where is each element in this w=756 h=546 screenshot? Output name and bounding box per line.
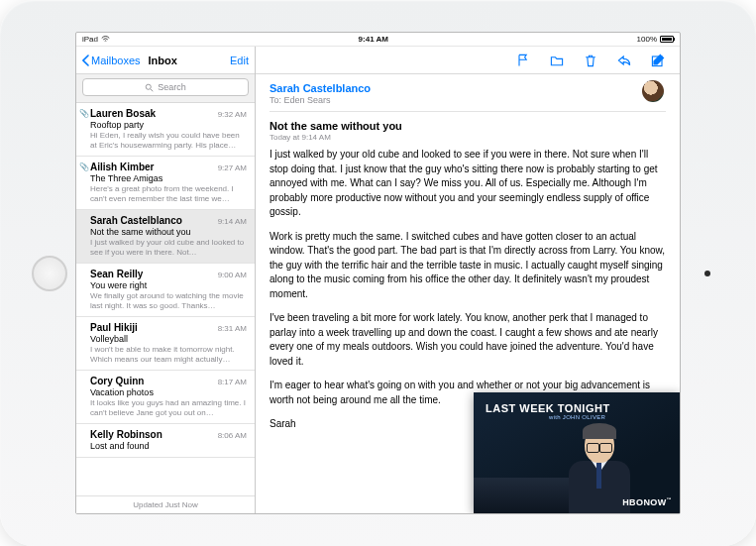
ipad-frame: iPad 9:41 AM 100% Mailboxes Inbox Edit <box>0 0 756 546</box>
subject-line: Not the same without you <box>270 120 666 132</box>
preview: Here's a great photo from the weekend. I… <box>90 184 247 204</box>
body-p2: Work is pretty much the same. I switched… <box>270 230 666 302</box>
pip-title: LAST WEEK TONIGHT <box>486 402 610 414</box>
edit-button[interactable]: Edit <box>230 55 249 66</box>
svg-line-1 <box>151 89 153 91</box>
preview: Hi Eden, I really wish you could have be… <box>90 131 247 151</box>
search-icon <box>145 83 154 92</box>
subject: Rooftop party <box>90 120 247 130</box>
sender: Sean Reilly <box>90 269 143 279</box>
pip-brand: HBONOW™ <box>622 496 672 507</box>
battery-percent: 100% <box>637 35 657 44</box>
time: 8:06 AM <box>218 431 247 440</box>
search-input[interactable]: Search <box>82 78 249 96</box>
compose-button[interactable] <box>650 53 666 68</box>
message-list[interactable]: 📎Lauren Bosak9:32 AMRooftop partyHi Eden… <box>76 103 255 495</box>
preview: It looks like you guys had an amazing ti… <box>90 398 247 418</box>
body-p1: I just walked by your old cube and looke… <box>270 148 666 220</box>
message-row[interactable]: 📎Lauren Bosak9:32 AMRooftop partyHi Eden… <box>76 103 255 157</box>
detail-toolbar <box>256 47 680 74</box>
body-p3: I've been traveling a bit more for work … <box>270 311 666 369</box>
sender: Sarah Castelblanco <box>90 215 182 226</box>
sender: Kelly Robinson <box>90 429 162 440</box>
search-placeholder: Search <box>158 82 186 92</box>
subject: Not the same without you <box>90 227 247 237</box>
sender: Ailish Kimber <box>90 162 154 172</box>
timestamp: Today at 9:14 AM <box>270 133 666 142</box>
time: 9:32 AM <box>218 110 247 119</box>
sender: Paul Hikiji <box>90 322 138 333</box>
mailbox-title: Inbox <box>149 55 177 66</box>
mail-app: Mailboxes Inbox Edit Search 📎Lauren Bosa… <box>76 47 680 513</box>
time: 9:27 AM <box>218 164 247 172</box>
camera-dot <box>704 271 710 276</box>
search-wrap: Search <box>76 74 255 103</box>
sender: Cory Quinn <box>90 376 144 386</box>
move-button[interactable] <box>549 53 565 68</box>
time: 9:14 AM <box>218 217 247 226</box>
message-row[interactable]: Kelly Robinson8:06 AMLost and found <box>76 424 255 458</box>
message-row[interactable]: Sarah Castelblanco9:14 AMNot the same wi… <box>76 210 255 264</box>
preview: I won't be able to make it tomorrow nigh… <box>90 345 247 365</box>
svg-point-0 <box>146 84 151 89</box>
to-line: To: Eden Sears <box>270 95 666 105</box>
attachment-icon: 📎 <box>79 109 89 118</box>
subject: Volleyball <box>90 334 247 344</box>
preview: We finally got around to watching the mo… <box>90 291 247 311</box>
clock: 9:41 AM <box>359 35 388 44</box>
from-name[interactable]: Sarah Castelblanco <box>270 82 666 94</box>
screen: iPad 9:41 AM 100% Mailboxes Inbox Edit <box>75 32 681 514</box>
subject: You were right <box>90 280 247 290</box>
sender: Lauren Bosak <box>90 108 156 119</box>
subject: Vacation photos <box>90 387 247 397</box>
flag-button[interactable] <box>515 53 531 68</box>
pip-video-overlay[interactable]: LAST WEEK TONIGHT with JOHN OLIVER HBONO… <box>474 392 680 513</box>
subject: Lost and found <box>90 441 247 451</box>
list-navbar: Mailboxes Inbox Edit <box>76 47 255 74</box>
attachment-icon: 📎 <box>79 163 89 171</box>
message-header: Sarah Castelblanco To: Eden Sears Not th… <box>256 74 680 148</box>
message-row[interactable]: Sean Reilly9:00 AMYou were rightWe final… <box>76 264 255 317</box>
message-detail-pane: Sarah Castelblanco To: Eden Sears Not th… <box>256 47 680 513</box>
trash-button[interactable] <box>583 53 598 68</box>
message-row[interactable]: Paul Hikiji8:31 AMVolleyballI won't be a… <box>76 317 255 371</box>
wifi-icon <box>101 36 110 43</box>
preview: I just walked by your old cube and looke… <box>90 238 247 258</box>
back-button[interactable]: Mailboxes <box>82 55 141 66</box>
chevron-left-icon <box>82 55 90 66</box>
time: 8:31 AM <box>218 324 247 333</box>
list-footer: Updated Just Now <box>76 495 255 513</box>
message-row[interactable]: 📎Ailish Kimber9:27 AMThe Three AmigasHer… <box>76 157 255 210</box>
subject: The Three Amigas <box>90 173 247 183</box>
message-list-pane: Mailboxes Inbox Edit Search 📎Lauren Bosa… <box>76 47 256 513</box>
reply-button[interactable] <box>616 53 632 68</box>
time: 8:17 AM <box>218 378 247 386</box>
avatar[interactable] <box>642 80 664 102</box>
back-label: Mailboxes <box>91 55 141 66</box>
status-bar: iPad 9:41 AM 100% <box>76 33 680 47</box>
home-button[interactable] <box>32 256 67 291</box>
message-row[interactable]: Cory Quinn8:17 AMVacation photosIt looks… <box>76 371 255 424</box>
time: 9:00 AM <box>218 271 247 279</box>
battery-icon <box>660 36 674 43</box>
carrier-label: iPad <box>82 35 98 44</box>
pip-subtitle: with JOHN OLIVER <box>549 414 605 420</box>
